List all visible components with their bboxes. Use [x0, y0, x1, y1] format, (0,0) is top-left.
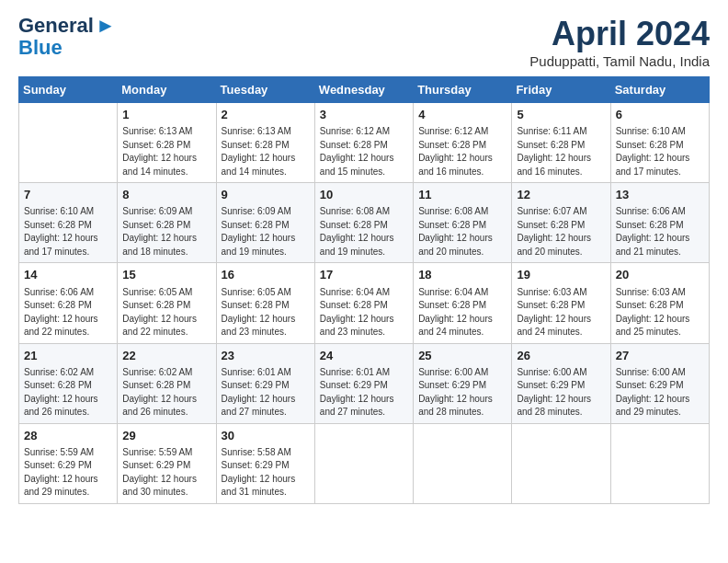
day-info: Sunrise: 6:09 AM Sunset: 6:28 PM Dayligh… [222, 205, 310, 259]
calendar-header: SundayMondayTuesdayWednesdayThursdayFrid… [19, 77, 710, 103]
calendar-cell: 17Sunrise: 6:04 AM Sunset: 6:28 PM Dayli… [314, 263, 413, 343]
day-info: Sunrise: 6:13 AM Sunset: 6:28 PM Dayligh… [122, 125, 210, 178]
calendar-cell: 15Sunrise: 6:05 AM Sunset: 6:28 PM Dayli… [118, 263, 216, 343]
calendar-cell: 27Sunrise: 6:00 AM Sunset: 6:29 PM Dayli… [610, 343, 709, 423]
weekday-header-sunday: Sunday [19, 77, 118, 103]
day-number: 15 [122, 267, 210, 283]
day-info: Sunrise: 6:13 AM Sunset: 6:28 PM Dayligh… [222, 125, 310, 178]
day-number: 21 [24, 348, 112, 364]
day-number: 23 [222, 348, 310, 364]
calendar-cell: 26Sunrise: 6:00 AM Sunset: 6:29 PM Dayli… [512, 343, 610, 423]
calendar-cell: 24Sunrise: 6:01 AM Sunset: 6:29 PM Dayli… [314, 343, 413, 423]
day-info: Sunrise: 6:05 AM Sunset: 6:28 PM Dayligh… [122, 286, 210, 339]
calendar-cell [19, 103, 118, 183]
day-number: 17 [320, 267, 408, 283]
day-info: Sunrise: 6:06 AM Sunset: 6:28 PM Dayligh… [24, 286, 112, 339]
day-number: 29 [122, 428, 210, 444]
day-info: Sunrise: 6:04 AM Sunset: 6:28 PM Dayligh… [320, 286, 408, 339]
day-info: Sunrise: 5:58 AM Sunset: 6:29 PM Dayligh… [222, 446, 310, 500]
calendar-cell: 10Sunrise: 6:08 AM Sunset: 6:28 PM Dayli… [314, 183, 413, 263]
month-title: April 2024 [529, 15, 710, 53]
day-number: 26 [517, 348, 605, 364]
day-info: Sunrise: 6:10 AM Sunset: 6:28 PM Dayligh… [616, 125, 704, 178]
day-number: 5 [517, 107, 605, 123]
calendar-cell: 6Sunrise: 6:10 AM Sunset: 6:28 PM Daylig… [610, 103, 709, 183]
day-info: Sunrise: 6:03 AM Sunset: 6:28 PM Dayligh… [616, 286, 704, 339]
calendar-cell: 7Sunrise: 6:10 AM Sunset: 6:28 PM Daylig… [19, 183, 118, 263]
calendar-cell: 18Sunrise: 6:04 AM Sunset: 6:28 PM Dayli… [414, 263, 512, 343]
title-area: April 2024 Puduppatti, Tamil Nadu, India [529, 15, 710, 69]
day-info: Sunrise: 6:06 AM Sunset: 6:28 PM Dayligh… [616, 205, 704, 259]
day-number: 19 [517, 267, 605, 283]
day-info: Sunrise: 5:59 AM Sunset: 6:29 PM Dayligh… [24, 446, 112, 500]
calendar-cell: 12Sunrise: 6:07 AM Sunset: 6:28 PM Dayli… [512, 183, 610, 263]
logo-text: General► [18, 15, 116, 37]
day-number: 13 [616, 187, 704, 203]
calendar-cell: 25Sunrise: 6:00 AM Sunset: 6:29 PM Dayli… [414, 343, 512, 423]
day-info: Sunrise: 6:12 AM Sunset: 6:28 PM Dayligh… [320, 125, 408, 178]
weekday-header-saturday: Saturday [610, 77, 709, 103]
day-info: Sunrise: 6:10 AM Sunset: 6:28 PM Dayligh… [24, 205, 112, 259]
calendar-cell: 3Sunrise: 6:12 AM Sunset: 6:28 PM Daylig… [314, 103, 413, 183]
day-info: Sunrise: 6:02 AM Sunset: 6:28 PM Dayligh… [122, 366, 210, 419]
day-number: 28 [24, 428, 112, 444]
header: General► Blue April 2024 Puduppatti, Tam… [18, 15, 710, 69]
weekday-header-friday: Friday [512, 77, 610, 103]
day-info: Sunrise: 6:09 AM Sunset: 6:28 PM Dayligh… [122, 205, 210, 259]
day-info: Sunrise: 5:59 AM Sunset: 6:29 PM Dayligh… [122, 446, 210, 500]
day-number: 8 [122, 187, 210, 203]
day-number: 12 [517, 187, 605, 203]
calendar-cell: 19Sunrise: 6:03 AM Sunset: 6:28 PM Dayli… [512, 263, 610, 343]
day-number: 11 [418, 187, 506, 203]
day-info: Sunrise: 6:02 AM Sunset: 6:28 PM Dayligh… [24, 366, 112, 419]
calendar-cell: 22Sunrise: 6:02 AM Sunset: 6:28 PM Dayli… [118, 343, 216, 423]
day-number: 9 [222, 187, 310, 203]
calendar-cell [314, 423, 413, 503]
calendar-cell: 21Sunrise: 6:02 AM Sunset: 6:28 PM Dayli… [19, 343, 118, 423]
location: Puduppatti, Tamil Nadu, India [529, 53, 710, 69]
calendar-cell: 2Sunrise: 6:13 AM Sunset: 6:28 PM Daylig… [216, 103, 314, 183]
calendar-cell [414, 423, 512, 503]
day-number: 20 [616, 267, 704, 283]
calendar-cell: 14Sunrise: 6:06 AM Sunset: 6:28 PM Dayli… [19, 263, 118, 343]
day-number: 30 [222, 428, 310, 444]
day-number: 7 [24, 187, 112, 203]
weekday-header-thursday: Thursday [414, 77, 512, 103]
day-number: 14 [24, 267, 112, 283]
day-number: 25 [418, 348, 506, 364]
day-number: 1 [122, 107, 210, 123]
calendar-cell [610, 423, 709, 503]
calendar-cell: 30Sunrise: 5:58 AM Sunset: 6:29 PM Dayli… [216, 423, 314, 503]
day-info: Sunrise: 6:01 AM Sunset: 6:29 PM Dayligh… [320, 366, 408, 419]
day-number: 27 [616, 348, 704, 364]
day-info: Sunrise: 6:00 AM Sunset: 6:29 PM Dayligh… [517, 366, 605, 419]
calendar-cell: 8Sunrise: 6:09 AM Sunset: 6:28 PM Daylig… [118, 183, 216, 263]
calendar-cell: 16Sunrise: 6:05 AM Sunset: 6:28 PM Dayli… [216, 263, 314, 343]
weekday-header-tuesday: Tuesday [216, 77, 314, 103]
calendar-cell: 29Sunrise: 5:59 AM Sunset: 6:29 PM Dayli… [118, 423, 216, 503]
calendar-cell: 13Sunrise: 6:06 AM Sunset: 6:28 PM Dayli… [610, 183, 709, 263]
calendar-table: SundayMondayTuesdayWednesdayThursdayFrid… [18, 76, 710, 504]
day-number: 22 [122, 348, 210, 364]
day-info: Sunrise: 6:11 AM Sunset: 6:28 PM Dayligh… [517, 125, 605, 178]
calendar-cell: 28Sunrise: 5:59 AM Sunset: 6:29 PM Dayli… [19, 423, 118, 503]
logo: General► Blue [18, 15, 116, 59]
logo-blue: Blue [18, 37, 63, 59]
calendar-cell: 5Sunrise: 6:11 AM Sunset: 6:28 PM Daylig… [512, 103, 610, 183]
calendar-cell: 23Sunrise: 6:01 AM Sunset: 6:29 PM Dayli… [216, 343, 314, 423]
day-number: 24 [320, 348, 408, 364]
day-number: 10 [320, 187, 408, 203]
day-info: Sunrise: 6:00 AM Sunset: 6:29 PM Dayligh… [418, 366, 506, 419]
day-info: Sunrise: 6:03 AM Sunset: 6:28 PM Dayligh… [517, 286, 605, 339]
calendar-cell: 11Sunrise: 6:08 AM Sunset: 6:28 PM Dayli… [414, 183, 512, 263]
day-number: 3 [320, 107, 408, 123]
calendar-cell [512, 423, 610, 503]
day-number: 16 [222, 267, 310, 283]
day-number: 6 [616, 107, 704, 123]
calendar-cell: 20Sunrise: 6:03 AM Sunset: 6:28 PM Dayli… [610, 263, 709, 343]
calendar-cell: 9Sunrise: 6:09 AM Sunset: 6:28 PM Daylig… [216, 183, 314, 263]
day-number: 4 [418, 107, 506, 123]
calendar-cell: 1Sunrise: 6:13 AM Sunset: 6:28 PM Daylig… [118, 103, 216, 183]
day-info: Sunrise: 6:00 AM Sunset: 6:29 PM Dayligh… [616, 366, 704, 419]
day-info: Sunrise: 6:12 AM Sunset: 6:28 PM Dayligh… [418, 125, 506, 178]
